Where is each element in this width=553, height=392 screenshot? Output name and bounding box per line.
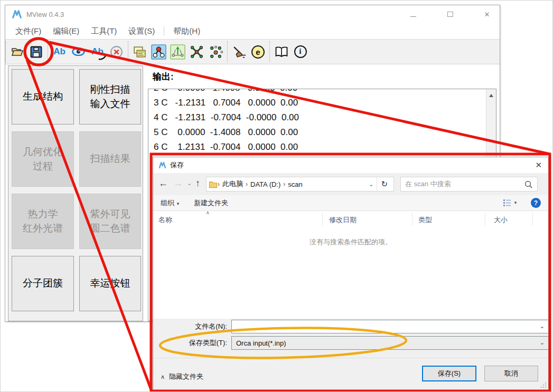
new-folder-button[interactable]: 新建文件夹 xyxy=(194,198,228,208)
output-label: 输出: xyxy=(153,71,174,83)
label-atoms-button[interactable]: Ab xyxy=(51,43,68,61)
menu-file[interactable]: 文件(F) xyxy=(10,26,47,36)
resize-grip[interactable] xyxy=(540,382,547,388)
column-separator[interactable] xyxy=(532,213,533,226)
minimize-button[interactable] xyxy=(406,11,420,18)
breadcrumb-this-pc[interactable]: 此电脑 xyxy=(220,179,246,189)
output-text: 2 C 0.0000 1.4008 0.0000 0.00 3 C -1.213… xyxy=(154,89,496,155)
savetype-value: Orca input(*.inp) xyxy=(236,339,286,347)
dialog-footer: ∧隐藏文件夹 保存(S) 取消 xyxy=(153,358,548,390)
save-button[interactable]: 保存(S) xyxy=(422,366,476,381)
nav-forward-button[interactable]: → xyxy=(173,178,183,189)
dialog-command-bar: 组织▼ 新建文件夹 ▼ ? xyxy=(153,195,548,211)
cancel-button[interactable] xyxy=(108,43,125,61)
view-button[interactable] xyxy=(70,43,87,61)
hide-labels-button[interactable]: Ab xyxy=(89,43,106,61)
molecule-arrows-icon xyxy=(170,44,185,60)
window-title: MView 0.4.3 xyxy=(26,11,64,18)
e-program-button[interactable]: e xyxy=(249,43,267,61)
mview-logo-icon xyxy=(12,9,22,20)
molecule-axes-button[interactable] xyxy=(169,43,186,61)
menu-tools[interactable]: 工具(T) xyxy=(85,26,123,36)
dialog-titlebar[interactable]: 保存 ✕ xyxy=(153,157,548,173)
sort-ascending-icon: ∧ xyxy=(206,210,210,215)
button-geometry-optimization: 几何优化 过程 xyxy=(12,131,74,187)
hide-folders-label: 隐藏文件夹 xyxy=(169,372,203,380)
column-header-type[interactable]: 类型 xyxy=(418,215,432,225)
savetype-dropdown-icon[interactable]: ⌄ xyxy=(540,339,545,346)
clean-button[interactable] xyxy=(230,43,248,61)
button-generate-structure[interactable]: 生成结构 xyxy=(12,69,74,125)
menu-divider xyxy=(164,26,164,36)
tool-bar: Ab Ab xyxy=(5,39,500,64)
cascade-windows-button[interactable] xyxy=(131,43,148,61)
address-dropdown-button[interactable]: ⌄ xyxy=(365,181,377,188)
close-button[interactable]: ✕ xyxy=(480,11,494,18)
molecule-bonds-button[interactable] xyxy=(188,43,205,61)
column-separator[interactable] xyxy=(322,213,323,226)
dialog-nav-bar: ← → ⌄ ↑ › 此电脑 › DATA (D:) › scan ⌄ ↻ xyxy=(153,173,548,195)
search-icon xyxy=(524,180,533,189)
filename-label: 文件名(N): xyxy=(174,322,227,331)
e-circle-icon: e xyxy=(251,45,265,59)
dialog-title: 保存 xyxy=(170,160,184,170)
column-header-date[interactable]: 修改日期 xyxy=(329,215,357,225)
collapse-icon: ∧ xyxy=(161,374,165,380)
column-header-size[interactable]: 大小 xyxy=(494,215,508,225)
open-file-button[interactable] xyxy=(8,43,26,61)
list-view-icon xyxy=(502,198,512,207)
savetype-label: 保存类型(T): xyxy=(174,338,227,348)
organize-caret-icon: ▼ xyxy=(176,202,180,206)
filename-dropdown-icon[interactable]: ⌄ xyxy=(540,323,545,330)
file-list-area[interactable]: 没有与搜索条件匹配的项。 xyxy=(153,227,548,319)
screenshot-canvas: MView 0.4.3 ✕ 文件(F) 编辑(E) 工具(T) 设置(S) 帮助… xyxy=(0,0,553,392)
save-dialog: 保存 ✕ ← → ⌄ ↑ › 此电脑 › DATA (D:) › scan ⌄ xyxy=(153,157,549,389)
maximize-button[interactable] xyxy=(443,11,457,18)
filename-input[interactable]: ⌄ xyxy=(231,320,549,333)
dialog-mview-logo-icon xyxy=(158,161,166,169)
column-separator[interactable] xyxy=(485,213,485,226)
toolbar-group-views xyxy=(128,41,227,62)
search-input[interactable]: 在 scan 中搜索 xyxy=(400,177,538,192)
savetype-select[interactable]: Orca input(*.inp) ⌄ xyxy=(231,336,549,350)
toolbar-group-tools: e xyxy=(227,41,269,62)
menu-help[interactable]: 帮助(H) xyxy=(167,26,206,36)
save-file-button[interactable] xyxy=(27,43,45,61)
nav-up-button[interactable]: ↑ xyxy=(195,178,200,189)
button-molecular-cluster[interactable]: 分子团簇 xyxy=(12,256,74,311)
nav-history-dropdown[interactable]: ⌄ xyxy=(187,180,192,187)
menu-settings[interactable]: 设置(S) xyxy=(123,26,161,36)
column-header-name[interactable]: 名称 xyxy=(158,215,172,225)
menu-edit[interactable]: 编辑(E) xyxy=(47,26,85,36)
molecule-atoms-button[interactable] xyxy=(207,43,224,61)
view-mode-button[interactable]: ▼ xyxy=(502,198,518,207)
molecule-view-button[interactable] xyxy=(150,43,167,61)
scroll-up-icon[interactable] xyxy=(489,94,493,97)
molecule-blue-icon xyxy=(151,44,166,60)
breadcrumb-scan[interactable]: scan xyxy=(285,180,305,188)
column-separator[interactable] xyxy=(412,213,413,226)
button-rigid-scan-input[interactable]: 刚性扫描 输入文件 xyxy=(79,69,141,125)
search-placeholder: 在 scan 中搜索 xyxy=(405,179,451,189)
column-header-row: ∧ 名称 修改日期 类型 大小 xyxy=(153,211,548,227)
help-button[interactable]: ? xyxy=(531,198,541,208)
breadcrumb-drive-d[interactable]: DATA (D:) xyxy=(248,180,283,188)
address-bar-controls: ⌄ ↻ xyxy=(365,177,391,191)
dialog-close-button[interactable]: ✕ xyxy=(535,160,542,170)
organize-button[interactable]: 组织▼ xyxy=(161,198,180,208)
about-button[interactable]: i xyxy=(292,43,309,61)
button-scan-result: 扫描结果 xyxy=(79,131,141,187)
toolbar-group-file xyxy=(5,41,48,62)
broom-icon xyxy=(232,45,246,59)
function-button-panel: 生成结构 刚性扫描 输入文件 几何优化 过程 扫描结果 热力学 红外光谱 紫外可… xyxy=(8,65,143,321)
output-line: 3 C -1.2131 0.7004 0.0000 0.00 xyxy=(154,95,496,110)
nav-back-button[interactable]: ← xyxy=(158,178,168,189)
manual-button[interactable] xyxy=(273,43,290,61)
cancel-circle-icon xyxy=(110,45,123,59)
cancel-button[interactable]: 取消 xyxy=(484,366,538,381)
address-bar[interactable]: › 此电脑 › DATA (D:) › scan ⌄ ↻ xyxy=(206,177,394,192)
main-titlebar[interactable]: MView 0.4.3 ✕ xyxy=(5,5,500,23)
refresh-button[interactable]: ↻ xyxy=(377,179,391,189)
hide-folders-button[interactable]: ∧隐藏文件夹 xyxy=(161,372,203,381)
button-lucky[interactable]: 幸运按钮 xyxy=(79,256,141,311)
